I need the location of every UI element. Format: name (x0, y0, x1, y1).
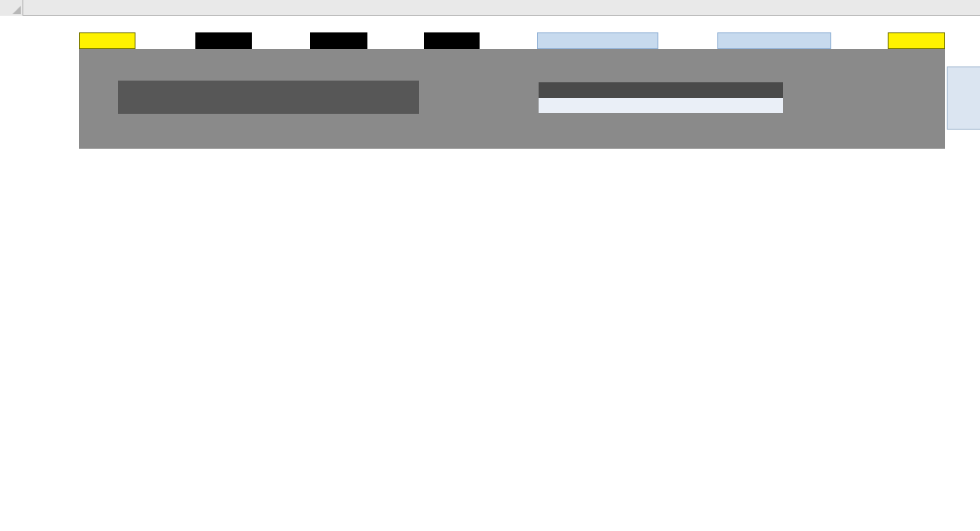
address-input-cell[interactable] (537, 32, 658, 49)
read-rom-input-cell[interactable] (888, 32, 945, 49)
panel-title (118, 81, 419, 114)
read-rom-label (888, 49, 945, 66)
address-x-label (539, 82, 661, 98)
clk-label (79, 49, 135, 66)
address-x-value[interactable] (539, 98, 661, 113)
spreadsheet-window (0, 0, 980, 531)
reset-ram-label (195, 49, 252, 66)
address-label (537, 49, 658, 66)
address-y-value[interactable] (661, 98, 783, 113)
reset-ram-input-cell[interactable] (195, 32, 252, 49)
memr-label (424, 49, 480, 66)
memw-label (310, 49, 367, 66)
value-out-cell[interactable] (947, 66, 980, 130)
value-label (717, 49, 831, 66)
address-xy-table (539, 82, 783, 113)
memr-input-cell[interactable] (424, 32, 480, 49)
address-y-label (661, 82, 783, 98)
memw-input-cell[interactable] (310, 32, 367, 49)
value-input-cell[interactable] (717, 32, 831, 49)
value-out-label (923, 66, 940, 150)
column-header-row (0, 0, 980, 16)
clk-input-cell[interactable] (79, 32, 135, 49)
select-all-corner[interactable] (0, 0, 23, 16)
mmu-panel (79, 49, 945, 149)
